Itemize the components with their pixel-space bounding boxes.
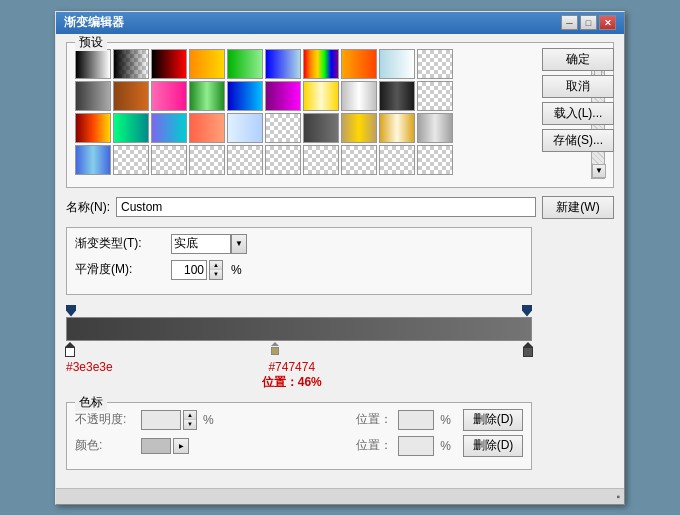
opacity-input[interactable]: [141, 410, 181, 430]
type-select-arrow[interactable]: ▼: [231, 234, 247, 254]
title-bar-buttons: ─ □ ✕: [561, 15, 616, 30]
preset-16[interactable]: [265, 81, 301, 111]
preset-32[interactable]: [113, 145, 149, 175]
preset-23[interactable]: [151, 113, 187, 143]
gradient-editor-window: 渐变编辑器 ─ □ ✕ 预设: [55, 11, 625, 505]
color-position-input[interactable]: [398, 436, 434, 456]
opacity-label: 不透明度:: [75, 411, 135, 428]
opacity-stop-right[interactable]: [522, 305, 532, 317]
preset-11[interactable]: [75, 81, 111, 111]
preset-2[interactable]: [113, 49, 149, 79]
opacity-up[interactable]: ▲: [184, 411, 196, 421]
preset-28[interactable]: [341, 113, 377, 143]
delete-opacity-btn[interactable]: 删除(D): [463, 409, 523, 431]
opacity-down[interactable]: ▼: [184, 420, 196, 429]
preset-19[interactable]: [379, 81, 415, 111]
color-position-unit: %: [440, 439, 451, 453]
preset-6[interactable]: [265, 49, 301, 79]
preset-8[interactable]: [341, 49, 377, 79]
preset-18[interactable]: [341, 81, 377, 111]
name-label: 名称(N):: [66, 199, 110, 216]
action-buttons: 确定 取消 载入(L)... 存储(S)...: [542, 48, 614, 152]
save-button[interactable]: 存储(S)...: [542, 129, 614, 152]
preset-39[interactable]: [379, 145, 415, 175]
bottom-stops-row: [66, 342, 532, 358]
left-panel: 预设: [66, 42, 614, 478]
preset-27[interactable]: [303, 113, 339, 143]
preset-25[interactable]: [227, 113, 263, 143]
preset-12[interactable]: [113, 81, 149, 111]
color-stop-left[interactable]: [65, 342, 75, 357]
preset-40[interactable]: [417, 145, 453, 175]
preset-22[interactable]: [113, 113, 149, 143]
preset-21[interactable]: [75, 113, 111, 143]
opacity-input-group: ▲ ▼: [141, 410, 197, 430]
main-layout: 预设: [66, 42, 614, 478]
preset-3[interactable]: [151, 49, 187, 79]
preset-4[interactable]: [189, 49, 225, 79]
opacity-position-unit: %: [440, 413, 451, 427]
preset-10[interactable]: [417, 49, 453, 79]
color-swatch-arrow[interactable]: ▶: [173, 438, 189, 454]
smoothness-label: 平滑度(M):: [75, 261, 165, 278]
close-button[interactable]: ✕: [599, 15, 616, 30]
preset-33[interactable]: [151, 145, 187, 175]
minimize-button[interactable]: ─: [561, 15, 578, 30]
preset-9[interactable]: [379, 49, 415, 79]
smoothness-unit: %: [231, 263, 242, 277]
name-input[interactable]: [116, 197, 536, 217]
preset-30[interactable]: [417, 113, 453, 143]
window-title: 渐变编辑器: [64, 14, 124, 31]
smoothness-down[interactable]: ▼: [210, 270, 222, 279]
preset-14[interactable]: [189, 81, 225, 111]
color-stop-title: 色标: [75, 394, 107, 411]
left-hex-label: #3e3e3e: [66, 360, 113, 374]
opacity-arrows: ▲ ▼: [183, 410, 197, 430]
scroll-down-arrow[interactable]: ▼: [592, 164, 606, 178]
color-swatch[interactable]: [141, 438, 171, 454]
color-stop-mid[interactable]: [271, 342, 279, 355]
preset-5[interactable]: [227, 49, 263, 79]
stop-hex-labels: #3e3e3e #747474 位置：46%: [66, 360, 532, 374]
preset-15[interactable]: [227, 81, 263, 111]
gradient-bar[interactable]: [66, 317, 532, 341]
ok-button[interactable]: 确定: [542, 48, 614, 71]
presets-label: 预设: [75, 34, 107, 51]
delete-color-btn[interactable]: 删除(D): [463, 435, 523, 457]
presets-grid: [75, 49, 583, 175]
smoothness-up[interactable]: ▲: [210, 261, 222, 271]
preset-7[interactable]: [303, 49, 339, 79]
new-button[interactable]: 新建(W): [542, 196, 614, 219]
preset-38[interactable]: [341, 145, 377, 175]
preset-24[interactable]: [189, 113, 225, 143]
smoothness-arrows: ▲ ▼: [209, 260, 223, 280]
color-row: 颜色: ▶ 位置： % 删除(D): [75, 435, 523, 457]
preset-13[interactable]: [151, 81, 187, 111]
preset-34[interactable]: [189, 145, 225, 175]
type-select-box[interactable]: 实底: [171, 234, 231, 254]
mid-stop-info: #747474 位置：46%: [262, 360, 322, 391]
preset-37[interactable]: [303, 145, 339, 175]
smoothness-input[interactable]: [171, 260, 207, 280]
opacity-row: 不透明度: ▲ ▼ % 位置： % 删除(D): [75, 409, 523, 431]
preset-36[interactable]: [265, 145, 301, 175]
preset-29[interactable]: [379, 113, 415, 143]
preset-17[interactable]: [303, 81, 339, 111]
opacity-unit: %: [203, 413, 214, 427]
name-row: 名称(N): 新建(W): [66, 196, 614, 219]
preset-1[interactable]: [75, 49, 111, 79]
type-label: 渐变类型(T):: [75, 235, 165, 252]
preset-26[interactable]: [265, 113, 301, 143]
maximize-button[interactable]: □: [580, 15, 597, 30]
color-stop-right[interactable]: [523, 342, 533, 357]
opacity-position-input[interactable]: [398, 410, 434, 430]
opacity-stop-left[interactable]: [66, 305, 76, 317]
preset-35[interactable]: [227, 145, 263, 175]
preset-31[interactable]: [75, 145, 111, 175]
status-bar: ▪: [56, 488, 624, 504]
load-button[interactable]: 载入(L)...: [542, 102, 614, 125]
cancel-button[interactable]: 取消: [542, 75, 614, 98]
type-value: 实底: [174, 235, 198, 252]
smoothness-row: 平滑度(M): ▲ ▼ %: [75, 260, 523, 280]
preset-20[interactable]: [417, 81, 453, 111]
